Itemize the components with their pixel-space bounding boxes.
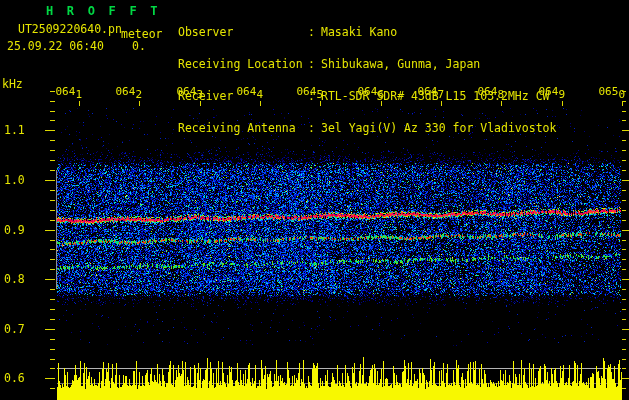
x-axis-tick-label: 0646: [350, 86, 384, 98]
x-axis-tick-label: 0650: [591, 86, 625, 98]
x-axis-tick-label-digit: 1: [75, 88, 82, 101]
x-axis-tick-label: 0644: [229, 86, 263, 98]
x-axis-tick-label: 0647: [410, 86, 444, 98]
y-axis-tick-label: 0.8: [4, 273, 34, 285]
info-separator: :: [308, 27, 317, 38]
x-axis-tick-label-digit: 8: [497, 88, 504, 101]
info-label: Observer: [178, 27, 308, 38]
x-axis-tick-label-digit: 7: [437, 88, 444, 101]
meteor-count: 0.: [132, 39, 146, 53]
info-row-location: Receiving Location : Shibukawa, Gunma, J…: [178, 59, 556, 70]
x-axis-tick-label-digit: 4: [256, 88, 263, 101]
info-value: 3el Yagi(V) Az 330 for Vladivostok: [321, 123, 556, 134]
timestamp: 25.09.22 06:40: [7, 39, 104, 53]
info-separator: :: [308, 59, 317, 70]
info-label: Receiving Location: [178, 59, 308, 70]
x-axis-tick-label-digit: 3: [196, 88, 203, 101]
x-axis-tick-label: 0649: [531, 86, 565, 98]
y-axis-tick-label: 1.0: [4, 174, 34, 186]
x-axis-tick-label-digit: 9: [558, 88, 565, 101]
y-axis-tick-label: 0.7: [4, 323, 34, 335]
output-filename: UT2509220640.pn: [18, 22, 122, 36]
info-value: Masaki Kano: [321, 27, 397, 38]
y-axis-tick-label: 0.6: [4, 372, 34, 384]
x-axis-tick-label-digit: 2: [135, 88, 142, 101]
x-axis-tick-label: 0641: [48, 86, 82, 98]
y-axis-tick-label: 1.1: [4, 124, 34, 136]
info-row-antenna: Receiving Antenna : 3el Yagi(V) Az 330 f…: [178, 123, 556, 134]
x-axis-tick-label: 0642: [108, 86, 142, 98]
y-axis-tick-label: 0.9: [4, 224, 34, 236]
info-row-observer: Observer : Masaki Kano: [178, 27, 556, 38]
app-title: H R O F F T: [46, 4, 161, 18]
x-axis-tick-label-digit: 6: [377, 88, 384, 101]
info-label: Receiving Antenna: [178, 123, 308, 134]
x-axis-tick-label: 0648: [470, 86, 504, 98]
x-axis-tick-label-digit: 5: [316, 88, 323, 101]
x-axis-tick-label: 0643: [169, 86, 203, 98]
x-axis-tick-label-digit: 0: [618, 88, 625, 101]
x-axis-tick-label: 0645: [289, 86, 323, 98]
hrofft-screen: H R O F F T UT2509220640.pn meteor 25.09…: [0, 0, 629, 400]
y-axis-unit-label: kHz: [2, 77, 23, 91]
info-value: Shibukawa, Gunma, Japan: [321, 59, 480, 70]
info-separator: :: [308, 123, 317, 134]
station-info: Observer : Masaki Kano Receiving Locatio…: [178, 6, 556, 154]
